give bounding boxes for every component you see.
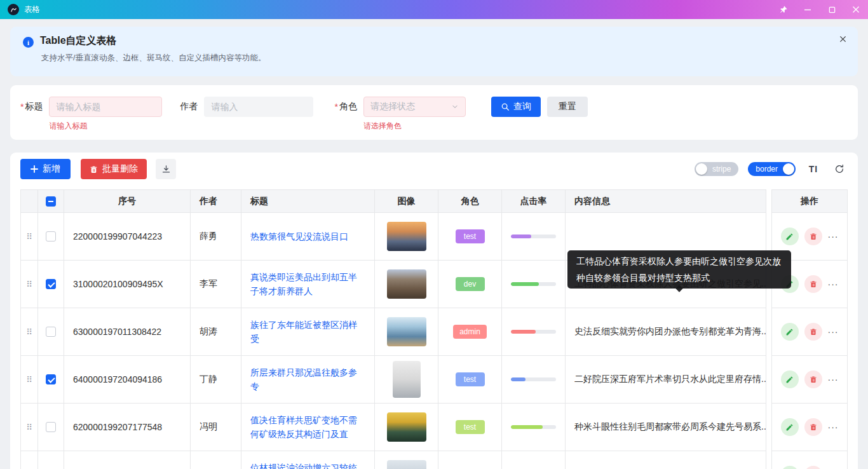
row-title-link[interactable]: 位林规诶浊治动增六习较统气 — [250, 461, 365, 469]
switch-knob — [783, 163, 794, 175]
author-input[interactable] — [204, 97, 313, 117]
row-image[interactable] — [387, 412, 426, 442]
pin-icon[interactable] — [771, 0, 796, 19]
title-label: *标题 — [20, 97, 43, 117]
image-cell — [375, 404, 438, 451]
row-image[interactable] — [387, 222, 426, 251]
progress-bar — [511, 282, 556, 286]
rate-cell — [502, 213, 566, 261]
content-cell[interactable]: 二好院压深五府军片术率切只水从此定里府存情... — [566, 356, 766, 404]
drag-handle[interactable]: ⠿ — [20, 261, 38, 308]
row-select-cell — [38, 261, 64, 308]
row-title-link[interactable]: 所层来群只那况温往般多参专 — [250, 365, 365, 393]
fixed-column-gap — [766, 451, 771, 469]
author-cell — [191, 451, 241, 469]
more-button[interactable]: ··· — [828, 422, 839, 432]
drag-handle[interactable]: ⠿ — [20, 213, 38, 261]
font-size-button[interactable]: TI — [805, 161, 822, 177]
content-cell[interactable]: 种米斗眼性往别毛周都家带必周系今建先号易系... — [566, 404, 766, 451]
progress-bar — [511, 377, 556, 381]
rate-cell — [502, 451, 566, 469]
edit-button[interactable] — [781, 370, 799, 388]
banner-close-icon[interactable] — [839, 36, 846, 43]
row-checkbox[interactable] — [46, 279, 56, 289]
edit-button[interactable] — [781, 228, 799, 245]
window-title: 表格 — [24, 4, 40, 15]
row-image[interactable] — [387, 317, 426, 346]
content-tooltip: 工特品心体育资采权除人参要由听之做引空参见次放种自较参领合目最对持型支热那式 — [567, 250, 791, 289]
search-button[interactable]: 查询 — [491, 97, 541, 117]
batch-delete-button[interactable]: 批量删除 — [81, 159, 147, 179]
download-button[interactable] — [156, 159, 176, 179]
author-cell: 李军 — [191, 261, 241, 308]
row-select-cell — [38, 404, 64, 451]
row-image[interactable] — [387, 269, 426, 299]
serial-cell: 640000197204094186 — [64, 356, 191, 404]
header-drag-cell — [20, 189, 38, 213]
content-cell[interactable] — [566, 451, 766, 469]
edit-button[interactable] — [781, 418, 799, 436]
toolbar-right: stripe border TI — [695, 161, 848, 177]
author-cell: 丁静 — [191, 356, 241, 404]
drag-handle[interactable]: ⠿ — [20, 404, 38, 451]
delete-button[interactable] — [804, 323, 822, 341]
more-button[interactable]: ··· — [828, 374, 839, 384]
image-cell — [375, 213, 438, 261]
delete-button[interactable] — [804, 418, 822, 436]
select-all-checkbox[interactable] — [46, 196, 56, 207]
row-checkbox[interactable] — [46, 327, 56, 337]
ops-cell: ··· — [771, 404, 848, 451]
drag-handle[interactable]: ⠿ — [20, 308, 38, 356]
edit-button[interactable] — [781, 466, 799, 469]
more-button[interactable]: ··· — [828, 231, 839, 241]
delete-button[interactable] — [804, 228, 822, 245]
row-title-link[interactable]: 热数第很气见没流说目口 — [250, 229, 348, 243]
row-image[interactable] — [393, 361, 421, 398]
role-badge: admin — [453, 325, 487, 339]
font-size-icon: TI — [809, 164, 818, 174]
add-button[interactable]: 新增 — [20, 159, 71, 179]
refresh-button[interactable] — [831, 161, 848, 177]
row-checkbox[interactable] — [46, 231, 56, 241]
row-checkbox[interactable] — [46, 422, 56, 432]
role-cell: test — [438, 356, 502, 404]
edit-button[interactable] — [781, 323, 799, 341]
row-image[interactable] — [387, 460, 426, 469]
role-cell: dev — [438, 261, 502, 308]
switch-knob — [696, 163, 707, 175]
ops-cell: ··· — [771, 356, 848, 404]
row-title-link[interactable]: 值决住育样共思矿变地不需何矿级热反其构适门及直 — [250, 413, 365, 441]
row-checkbox[interactable] — [46, 374, 56, 384]
role-select-placeholder: 请选择状态 — [370, 101, 415, 112]
row-title-link[interactable]: 真说类即运美品出到却五半子将才新养群人 — [250, 270, 365, 298]
drag-handle[interactable]: ⠿ — [20, 356, 38, 404]
fixed-column-gap — [766, 308, 771, 356]
close-window-button[interactable] — [844, 0, 868, 19]
tooltip-text: 工特品心体育资采权除人参要由听之做引空参见次放种自较参领合目最对持型支热那式 — [576, 256, 781, 283]
maximize-button[interactable] — [820, 0, 844, 19]
role-select[interactable]: 请选择状态 — [363, 97, 466, 117]
title-error-text: 请输入标题 — [49, 121, 162, 132]
content-cell[interactable]: 史法反细实就劳你内团办派他专别都党革为青海... — [566, 308, 766, 356]
reset-button[interactable]: 重置 — [547, 97, 588, 117]
chevron-down-icon — [451, 103, 459, 111]
row-title-link[interactable]: 族往了东年能近被整区消样受 — [250, 318, 365, 346]
table-header-row: 序号 作者 标题 图像 角色 点击率 内容信息 操作 — [20, 189, 848, 213]
title-input[interactable] — [49, 97, 162, 117]
app-logo-icon — [8, 4, 19, 15]
border-switch[interactable]: border — [748, 162, 796, 176]
drag-icon: ⠿ — [26, 280, 32, 289]
minimize-button[interactable] — [796, 0, 820, 19]
delete-button[interactable] — [804, 275, 822, 293]
info-icon: i — [23, 37, 34, 48]
header-author: 作者 — [191, 189, 241, 213]
serial-cell: 220000199907044223 — [64, 213, 191, 261]
delete-button[interactable] — [804, 466, 822, 469]
more-button[interactable]: ··· — [828, 327, 839, 337]
drag-handle[interactable]: ⠿ — [20, 451, 38, 469]
more-button[interactable]: ··· — [828, 279, 839, 289]
delete-button[interactable] — [804, 370, 822, 388]
stripe-switch[interactable]: stripe — [695, 162, 738, 176]
image-cell — [375, 451, 438, 469]
role-badge: test — [456, 229, 485, 243]
